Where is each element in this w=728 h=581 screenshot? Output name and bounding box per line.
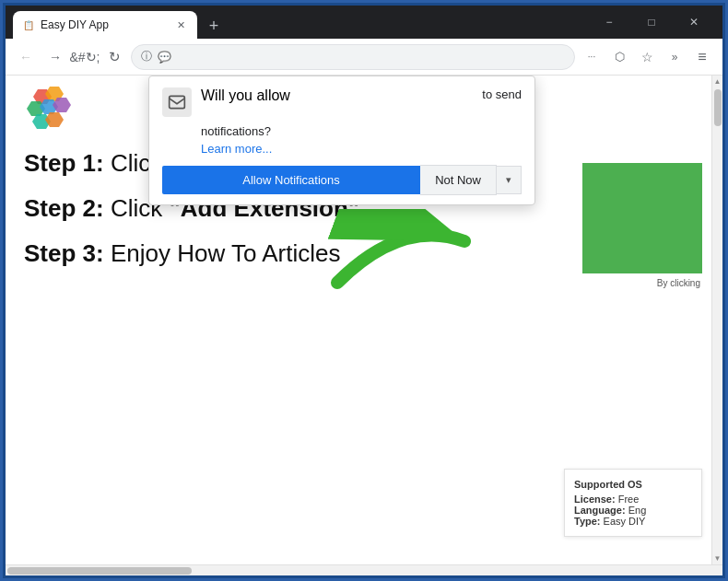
page-body: Will you allow to send notifications? Le… <box>6 76 711 564</box>
license-row: License: Free <box>574 494 692 505</box>
info-panel: Supported OS License: Free Language: Eng… <box>564 469 702 537</box>
pocket-button[interactable]: ⬡ <box>606 44 632 70</box>
step3-label: Step 3: <box>24 239 104 267</box>
tab-title: Easy DIY App <box>41 18 168 31</box>
type-row: Type: Easy DIY <box>574 516 692 527</box>
nav-right-controls: ··· ⬡ ☆ » ≡ <box>579 44 715 70</box>
step3-line: Step 3: Enjoy How To Articles <box>24 239 564 268</box>
nav-bar: ← → &#↻; ↻ ⓘ 💬 ··· ⬡ ☆ » ≡ <box>6 39 722 76</box>
scroll-thumb[interactable] <box>714 89 722 126</box>
supported-os-label: Supported OS <box>574 479 692 490</box>
horizontal-scrollbar[interactable] <box>6 564 722 575</box>
scroll-down-arrow[interactable]: ▼ <box>712 552 722 564</box>
by-clicking-text: By clicking <box>657 278 700 288</box>
content-wrapper: Will you allow to send notifications? Le… <box>6 76 722 564</box>
allow-notifications-button[interactable]: Allow Notifications <box>162 166 420 194</box>
learn-more-link[interactable]: Learn more... <box>201 142 522 156</box>
menu-button[interactable]: ≡ <box>689 44 715 70</box>
close-button[interactable]: ✕ <box>673 6 715 39</box>
expand-button[interactable]: » <box>662 44 687 70</box>
security-info-icon[interactable]: ⓘ <box>141 49 152 64</box>
tab-favicon: 📋 <box>22 18 35 31</box>
arrow-graphic <box>328 209 476 296</box>
step3-text: Enjoy How To Articles <box>111 239 341 267</box>
tab-close-button[interactable]: ✕ <box>173 17 188 32</box>
new-tab-button[interactable]: + <box>201 13 227 39</box>
maximize-button[interactable]: □ <box>630 6 673 39</box>
step2-label: Step 2: <box>24 194 104 222</box>
step1-label: Step 1: <box>24 149 104 177</box>
notif-to-send: to send <box>482 87 522 101</box>
language-label: Language: <box>574 505 626 516</box>
h-scroll-thumb[interactable] <box>7 567 192 575</box>
language-value: Eng <box>628 505 647 516</box>
main-content: Will you allow to send notifications? Le… <box>6 76 711 564</box>
notification-dropdown-button[interactable]: ▾ <box>497 166 522 194</box>
license-label: License: <box>574 494 616 505</box>
vertical-scrollbar[interactable]: ▲ ▼ <box>711 76 722 564</box>
notif-message-icon <box>162 87 192 117</box>
notification-popup: Will you allow to send notifications? Le… <box>148 76 535 205</box>
notif-message-text: Will you allow <box>201 87 473 104</box>
window-controls: − □ ✕ <box>588 6 715 39</box>
forward-button[interactable]: → <box>42 44 68 70</box>
address-bar[interactable]: ⓘ 💬 <box>131 44 575 70</box>
notif-buttons: Allow Notifications Not Now ▾ <box>162 165 522 195</box>
svg-rect-0 <box>170 96 185 108</box>
reload-button[interactable]: &#↻; <box>72 44 98 70</box>
reload-button-2[interactable]: ↻ <box>101 44 127 70</box>
green-box <box>582 163 702 273</box>
bookmark-button[interactable]: ☆ <box>634 44 660 70</box>
notif-will-allow: Will you allow <box>201 87 290 103</box>
minimize-button[interactable]: − <box>588 6 630 39</box>
not-now-button[interactable]: Not Now <box>420 165 497 195</box>
app-logo-area <box>24 85 79 140</box>
more-options-button[interactable]: ··· <box>579 44 605 70</box>
scroll-up-arrow[interactable]: ▲ <box>712 76 722 87</box>
license-value: Free <box>618 494 640 505</box>
tab-area: 📋 Easy DIY App ✕ + <box>13 6 588 39</box>
title-bar: 📋 Easy DIY App ✕ + − □ ✕ <box>6 6 722 39</box>
language-row: Language: Eng <box>574 505 692 516</box>
browser-window: 📋 Easy DIY App ✕ + − □ ✕ ← → &#↻; ↻ ⓘ 💬 … <box>3 3 725 578</box>
notif-header: Will you allow to send <box>162 87 522 117</box>
type-label: Type: <box>574 516 601 527</box>
hexagon-logo <box>24 85 79 140</box>
back-button[interactable]: ← <box>13 44 39 70</box>
active-tab[interactable]: 📋 Easy DIY App ✕ <box>13 11 197 39</box>
type-value: Easy DIY <box>604 516 646 527</box>
notif-message-line2: notifications? <box>201 124 522 138</box>
reader-mode-icon[interactable]: 💬 <box>158 51 171 64</box>
